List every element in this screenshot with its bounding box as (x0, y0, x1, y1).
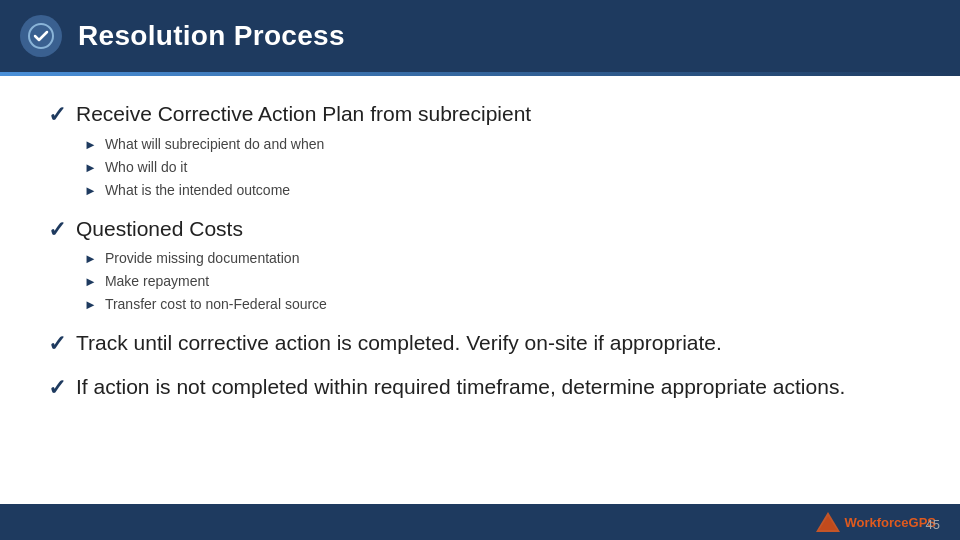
slide-title: Resolution Process (78, 20, 345, 52)
sub-bullet-1-1-text: What will subrecipient do and when (105, 134, 324, 155)
arrow-icon-2-2: ► (84, 274, 97, 289)
arrow-icon-1-3: ► (84, 183, 97, 198)
arrow-icon-1-2: ► (84, 160, 97, 175)
bullet-1-group: ✓ Receive Corrective Action Plan from su… (48, 100, 912, 201)
footer-logo: WorkforceGPS (816, 512, 936, 532)
footer-workforce-text: Workforce (844, 515, 908, 530)
arrow-icon-2-3: ► (84, 297, 97, 312)
check-circle-icon (28, 23, 54, 49)
slide-header: Resolution Process (0, 0, 960, 72)
footer-logo-wordmark: WorkforceGPS (844, 515, 936, 530)
sub-bullet-1-3: ► What is the intended outcome (84, 180, 912, 201)
bullet-2: ✓ Questioned Costs (48, 215, 912, 245)
sub-bullet-1-1: ► What will subrecipient do and when (84, 134, 912, 155)
svg-point-0 (29, 24, 53, 48)
bullet-2-text: Questioned Costs (76, 215, 243, 243)
bullet-1: ✓ Receive Corrective Action Plan from su… (48, 100, 912, 130)
sub-bullet-2-2: ► Make repayment (84, 271, 912, 292)
checkmark-3: ✓ (48, 330, 66, 359)
sub-bullet-2-3-text: Transfer cost to non-Federal source (105, 294, 327, 315)
checkmark-1: ✓ (48, 101, 66, 130)
sub-bullet-2-1: ► Provide missing documentation (84, 248, 912, 269)
bullet-4-text: If action is not completed within requir… (76, 373, 845, 401)
checkmark-2: ✓ (48, 216, 66, 245)
header-icon-circle (20, 15, 62, 57)
page-number: 45 (926, 517, 940, 532)
arrow-icon-1-1: ► (84, 137, 97, 152)
slide: Resolution Process ✓ Receive Corrective … (0, 0, 960, 540)
sub-bullet-1-3-text: What is the intended outcome (105, 180, 290, 201)
arrow-icon-2-1: ► (84, 251, 97, 266)
bullet-4: ✓ If action is not completed within requ… (48, 373, 912, 403)
sub-bullet-2-1-text: Provide missing documentation (105, 248, 300, 269)
bullet-1-sub-list: ► What will subrecipient do and when ► W… (84, 134, 912, 201)
sub-bullet-2-2-text: Make repayment (105, 271, 209, 292)
bullet-3-text: Track until corrective action is complet… (76, 329, 722, 357)
bullet-3: ✓ Track until corrective action is compl… (48, 329, 912, 359)
bullet-2-sub-list: ► Provide missing documentation ► Make r… (84, 248, 912, 315)
bullet-2-group: ✓ Questioned Costs ► Provide missing doc… (48, 215, 912, 316)
workforce-gps-logo-icon (816, 512, 840, 532)
checkmark-4: ✓ (48, 374, 66, 403)
sub-bullet-2-3: ► Transfer cost to non-Federal source (84, 294, 912, 315)
bullet-1-text: Receive Corrective Action Plan from subr… (76, 100, 531, 128)
sub-bullet-1-2: ► Who will do it (84, 157, 912, 178)
slide-footer: WorkforceGPS 45 (0, 504, 960, 540)
sub-bullet-1-2-text: Who will do it (105, 157, 187, 178)
slide-content: ✓ Receive Corrective Action Plan from su… (0, 76, 960, 504)
